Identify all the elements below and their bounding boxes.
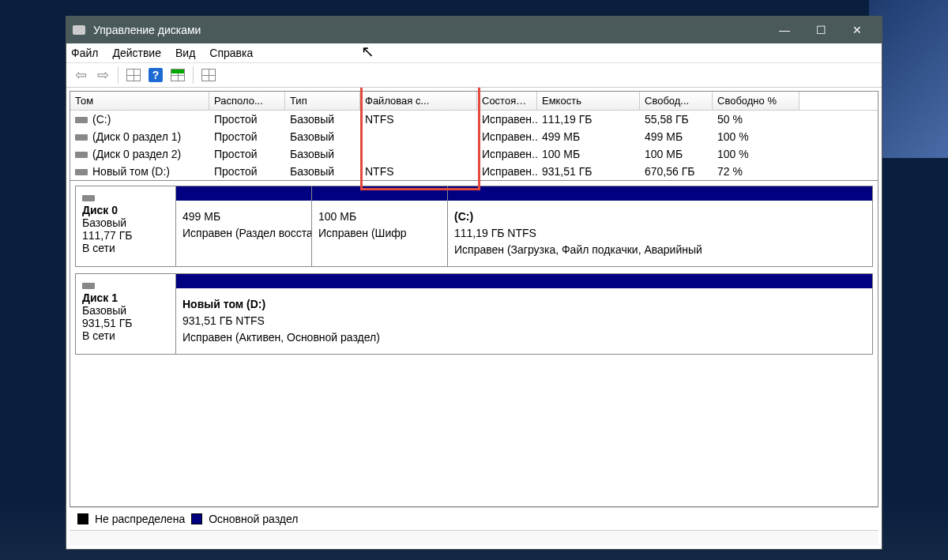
partition-title: Новый том (D:): [182, 298, 265, 310]
disk-size: 111,77 ГБ: [82, 229, 132, 242]
vol-type: Базовый: [285, 128, 360, 145]
partition-size: 499 МБ: [182, 210, 220, 223]
partition-header: [312, 186, 447, 201]
partition-header: [176, 274, 872, 288]
table-row[interactable]: (Диск 0 раздел 1)ПростойБазовыйИсправен.…: [70, 128, 878, 145]
vol-name: (Диск 0 раздел 1): [92, 130, 181, 143]
vol-layout: Простой: [209, 163, 285, 180]
partition-header: [448, 186, 872, 201]
disk-label[interactable]: Диск 0Базовый111,77 ГБВ сети: [75, 186, 176, 267]
vol-capacity: 111,19 ГБ: [537, 111, 640, 128]
menu-action[interactable]: Действие: [112, 47, 161, 59]
minimize-button[interactable]: —: [766, 17, 803, 43]
menu-view[interactable]: Вид: [175, 47, 195, 59]
disk-name: Диск 1: [82, 291, 169, 304]
vol-capacity: 499 МБ: [537, 128, 640, 145]
window-title: Управление дисками: [93, 24, 201, 36]
titlebar[interactable]: Управление дисками — ☐ ✕: [66, 17, 882, 43]
disk-partitions: Новый том (D:)931,51 ГБ NTFSИсправен (Ак…: [176, 273, 873, 355]
vol-status: Исправен...: [477, 145, 537, 163]
partition-info: Исправен (Активен, Основной раздел): [182, 331, 380, 344]
properties-button[interactable]: [124, 66, 143, 84]
volumes-table: Том Располо... Тип Файловая с... Состоян…: [70, 91, 878, 181]
maximize-button[interactable]: ☐: [803, 17, 839, 43]
legend-unallocated-swatch: [77, 513, 88, 524]
forward-button[interactable]: ⇨: [93, 66, 112, 84]
legend-unallocated-label: Не распределена: [95, 513, 185, 525]
disk-icon: [75, 134, 88, 141]
partition-size: 111,19 ГБ NTFS: [454, 227, 536, 239]
partition-info: Исправен (Шифр: [318, 227, 407, 239]
table-row[interactable]: (C:)ПростойБазовыйNTFSИсправен...111,19 …: [70, 111, 878, 128]
partition[interactable]: 499 МБИсправен (Раздел восста: [176, 186, 312, 266]
legend: Не распределена Основной раздел: [70, 507, 878, 530]
view-button[interactable]: [168, 66, 187, 84]
cursor-icon: ↖: [361, 42, 374, 61]
menu-file[interactable]: Файл: [71, 47, 98, 59]
col-type[interactable]: Тип: [285, 92, 360, 110]
vol-fs: NTFS: [360, 111, 477, 128]
help-button[interactable]: ?: [146, 66, 165, 84]
legend-primary-label: Основной раздел: [209, 513, 298, 525]
col-status[interactable]: Состояние: [477, 92, 537, 110]
disk-icon: [82, 195, 95, 201]
legend-primary-swatch: [191, 513, 202, 524]
vol-type: Базовый: [285, 163, 360, 180]
menubar: Файл Действие Вид Справка ↖: [66, 43, 882, 63]
vol-layout: Простой: [209, 111, 285, 128]
back-button[interactable]: ⇦: [71, 66, 90, 84]
toolbar-separator: [193, 66, 194, 84]
col-capacity[interactable]: Емкость: [537, 92, 640, 110]
vol-status: Исправен...: [477, 163, 537, 180]
partition[interactable]: Новый том (D:)931,51 ГБ NTFSИсправен (Ак…: [176, 274, 872, 354]
vol-pct: 50 %: [713, 111, 799, 128]
table-row[interactable]: Новый том (D:)ПростойБазовыйNTFSИсправен…: [70, 163, 878, 180]
disk-icon: [75, 169, 88, 175]
vol-free: 100 МБ: [640, 145, 713, 163]
col-volume[interactable]: Том: [70, 92, 209, 110]
content-area: Том Располо... Тип Файловая с... Состоян…: [66, 88, 882, 549]
col-fs[interactable]: Файловая с...: [360, 92, 477, 110]
toolbar-separator: [118, 66, 118, 84]
vol-type: Базовый: [285, 111, 360, 128]
vol-free: 55,58 ГБ: [640, 111, 713, 128]
disk-icon: [82, 283, 95, 289]
disk-row: Диск 0Базовый111,77 ГБВ сети499 МБИсправ…: [75, 186, 873, 267]
disk-type: Базовый: [82, 304, 126, 317]
disk-name: Диск 0: [82, 204, 169, 216]
vol-status: Исправен...: [477, 111, 537, 128]
disks-panel: Диск 0Базовый111,77 ГБВ сети499 МБИсправ…: [70, 181, 878, 507]
app-icon: [73, 25, 85, 35]
col-free-pct[interactable]: Свободно %: [713, 92, 799, 110]
disk-icon: [75, 117, 88, 123]
vol-pct: 72 %: [713, 163, 799, 180]
list-button[interactable]: [199, 66, 218, 84]
col-layout[interactable]: Располо...: [209, 92, 285, 110]
vol-fs: NTFS: [360, 163, 477, 180]
disk-size: 931,51 ГБ: [82, 317, 132, 329]
table-row[interactable]: (Диск 0 раздел 2)ПростойБазовыйИсправен.…: [70, 145, 878, 163]
close-button[interactable]: ✕: [839, 17, 875, 43]
disk-icon: [75, 152, 88, 158]
vol-fs: [360, 128, 477, 145]
table-header: Том Располо... Тип Файловая с... Состоян…: [70, 92, 878, 111]
disk-management-window: Управление дисками — ☐ ✕ Файл Действие В…: [66, 16, 882, 550]
statusbar: [70, 530, 878, 546]
vol-layout: Простой: [209, 128, 285, 145]
disk-status: В сети: [82, 242, 115, 254]
vol-free: 670,56 ГБ: [640, 163, 713, 180]
vol-free: 499 МБ: [640, 128, 713, 145]
partition-size: 100 МБ: [318, 210, 356, 223]
partition-info: Исправен (Раздел восста: [182, 227, 311, 239]
col-free[interactable]: Свобод...: [640, 92, 713, 110]
partition-title: (C:): [454, 210, 473, 223]
partition[interactable]: (C:)111,19 ГБ NTFSИсправен (Загрузка, Фа…: [448, 186, 872, 266]
vol-fs: [360, 145, 477, 163]
vol-name: (C:): [92, 113, 111, 126]
menu-help[interactable]: Справка: [209, 47, 253, 59]
disk-label[interactable]: Диск 1Базовый931,51 ГБВ сети: [75, 273, 176, 355]
disk-status: В сети: [82, 329, 115, 342]
toolbar: ⇦ ⇨ ?: [66, 63, 882, 88]
partition[interactable]: 100 МБИсправен (Шифр: [312, 186, 448, 266]
partition-size: 931,51 ГБ NTFS: [182, 314, 265, 327]
